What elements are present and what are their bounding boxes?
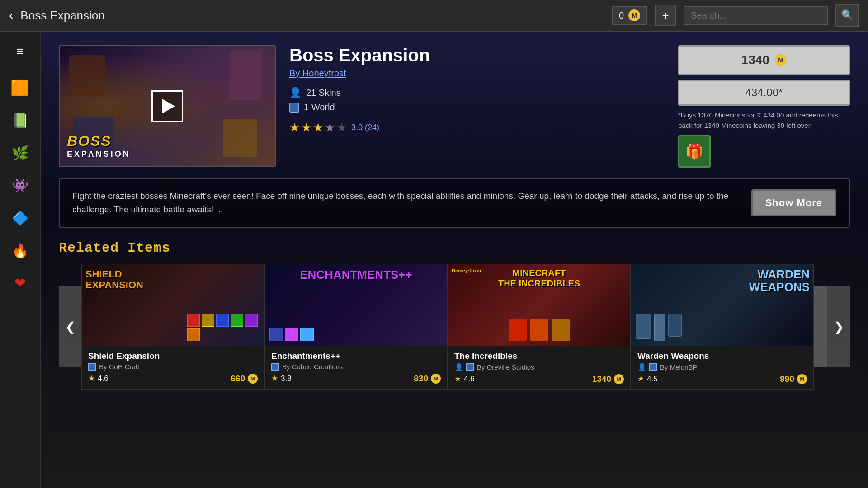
sidebar-item-blocks[interactable]: 🔷 — [7, 205, 33, 230]
carousel-prev-button[interactable]: ❮ — [59, 286, 81, 367]
page-title: Boss Expansion — [20, 9, 604, 23]
rating-link[interactable]: 3.0 (24) — [351, 123, 379, 132]
world-icon-small — [88, 363, 96, 371]
buy-fiat-button[interactable]: 434.00* — [678, 80, 850, 106]
warden-price-label: 990 — [780, 374, 794, 384]
sidebar-item-nature[interactable]: 🌿 — [7, 140, 33, 165]
related-item-incredibles-author-label: By Oreville Studios — [477, 363, 534, 371]
coins-price-label: 1340 — [741, 53, 769, 67]
sidebar: ≡ 🟧 📗 🌿 👾 🔷 🔥 ❤ — [0, 32, 41, 488]
sidebar-item-crafting[interactable]: 🟧 — [7, 75, 33, 100]
star-2: ★ — [301, 121, 311, 135]
back-button[interactable]: ‹ — [9, 8, 13, 23]
header: ‹ Boss Expansion 0 M + 🔍 — [0, 0, 868, 32]
product-title: Boss Expansion — [289, 45, 665, 66]
related-item-enchant-image: ENCHANTMENTS++ — [265, 264, 447, 346]
world-meta: 1 World — [289, 102, 665, 113]
star-4: ★ — [325, 121, 335, 135]
related-item-enchant-info: Enchantments++ By Cubed Creations ★ 3.8 — [265, 346, 447, 389]
related-item-shield-price: 660 M — [231, 374, 258, 384]
incredibles-label: MINECRAFTTHE INCREDIBLES — [498, 268, 580, 289]
related-item-shield-info: Shield Expansion By GoE-Craft ★ 4.6 — [82, 346, 264, 389]
related-item-shield-rating: ★ 4.6 — [88, 374, 108, 383]
coin-icon: M — [628, 9, 640, 21]
shield-coin-icon: M — [248, 374, 258, 384]
world-icon-small-2 — [271, 363, 279, 371]
nature-icon: 🌿 — [12, 145, 28, 161]
related-item-enchant-author-label: By Cubed Creations — [282, 363, 343, 371]
show-more-button[interactable]: Show More — [751, 189, 836, 216]
product-header: BOSS EXPANSION Boss Expansion By Honeyfr… — [59, 45, 850, 168]
related-item-incredibles-footer: ★ 4.6 1340 M — [454, 374, 624, 384]
buy-coins-button[interactable]: 1340 M — [678, 45, 850, 75]
enchant-star: ★ — [271, 374, 278, 383]
person-icon-small-2: 👤 — [637, 363, 646, 371]
play-button[interactable] — [151, 90, 183, 122]
enchant-price-label: 830 — [414, 374, 428, 384]
price-note: *Buys 1370 Minecoins for ₹ 434.00 and re… — [678, 110, 850, 131]
skins-label: 21 Skins — [306, 88, 341, 98]
warden-label: WARDENWEAPONS — [749, 268, 810, 294]
related-item-shield[interactable]: SHIELDEXPANSION — [81, 264, 264, 390]
sidebar-item-mobs[interactable]: 👾 — [7, 173, 33, 198]
enchant-label: ENCHANTMENTS++ — [300, 268, 412, 282]
shield-rating-value: 4.6 — [98, 374, 108, 383]
coin-icon-price: M — [775, 54, 787, 66]
product-author-link[interactable]: By Honeyfrost — [289, 68, 665, 79]
related-item-shield-footer: ★ 4.6 660 M — [88, 374, 258, 384]
health-icon: ❤ — [14, 275, 26, 291]
warden-coin-icon: M — [797, 374, 807, 384]
star-1: ★ — [289, 121, 300, 135]
skins-icon: 👤 — [289, 87, 302, 99]
description-box: Fight the craziest bosses Minecraft's ev… — [59, 178, 850, 228]
related-item-warden-author: 👤 By MelonBP — [637, 363, 807, 371]
coins-area: 0 M — [612, 6, 647, 25]
world-icon — [289, 103, 299, 113]
world-icon-small-3 — [466, 363, 474, 371]
fire-icon: 🔥 — [12, 243, 28, 258]
crafting-icon: 🟧 — [10, 79, 29, 97]
search-input[interactable] — [684, 6, 828, 25]
skins-meta: 👤 21 Skins — [289, 87, 665, 99]
gift-button[interactable]: 🎁 — [678, 135, 711, 168]
related-item-warden-image: WARDENWEAPONS — [631, 264, 813, 346]
product-meta: 👤 21 Skins 1 World — [289, 87, 665, 113]
related-item-warden[interactable]: WARDENWEAPONS Warden Weapons 👤 — [631, 264, 814, 390]
related-item-warden-name: Warden Weapons — [637, 351, 807, 361]
enchant-coin-icon: M — [431, 374, 441, 384]
world-icon-small-4 — [649, 363, 657, 371]
sidebar-item-library[interactable]: 📗 — [7, 108, 33, 133]
related-item-incredibles-image: Disney·Pixar MINECRAFTTHE INCREDIBLES — [448, 264, 630, 346]
mobs-icon: 👾 — [12, 178, 28, 193]
related-item-enchant-author: By Cubed Creations — [271, 363, 441, 371]
related-item-warden-price: 990 M — [780, 374, 807, 384]
related-title: Related Items — [59, 240, 850, 256]
related-item-incredibles[interactable]: Disney·Pixar MINECRAFTTHE INCREDIBLES Th… — [448, 264, 631, 390]
main-layout: ≡ 🟧 📗 🌿 👾 🔷 🔥 ❤ — [0, 32, 868, 488]
warden-rating-value: 4.5 — [647, 375, 658, 384]
enchant-rating-value: 3.8 — [281, 374, 292, 383]
related-item-shield-author: By GoE-Craft — [88, 363, 258, 371]
shield-price-label: 660 — [231, 374, 245, 384]
product-image: BOSS EXPANSION — [59, 45, 276, 167]
search-button[interactable]: 🔍 — [835, 4, 859, 27]
carousel-next-button[interactable]: ❯ — [827, 286, 850, 367]
add-coins-button[interactable]: + — [655, 5, 676, 26]
gift-icon: 🎁 — [685, 143, 703, 160]
star-3: ★ — [313, 121, 323, 135]
related-item-shield-name: Shield Expansion — [88, 351, 258, 361]
incredibles-price-label: 1340 — [592, 374, 611, 384]
boss-image-subtitle: EXPANSION — [67, 150, 131, 159]
world-label: 1 World — [304, 102, 335, 113]
person-icon-small: 👤 — [454, 363, 463, 371]
sidebar-item-fire[interactable]: 🔥 — [7, 238, 33, 263]
related-item-enchant-rating: ★ 3.8 — [271, 374, 292, 383]
sidebar-menu-icon[interactable]: ≡ — [7, 39, 33, 64]
sidebar-item-health[interactable]: ❤ — [7, 270, 33, 296]
related-item-enchant-footer: ★ 3.8 830 M — [271, 374, 441, 384]
blocks-icon: 🔷 — [12, 210, 28, 226]
coins-count: 0 — [619, 10, 624, 21]
scroll-panel-right — [814, 286, 827, 367]
product-info: Boss Expansion By Honeyfrost 👤 21 Skins … — [289, 45, 665, 168]
related-item-enchant[interactable]: ENCHANTMENTS++ Enchantments++ B — [264, 264, 448, 390]
